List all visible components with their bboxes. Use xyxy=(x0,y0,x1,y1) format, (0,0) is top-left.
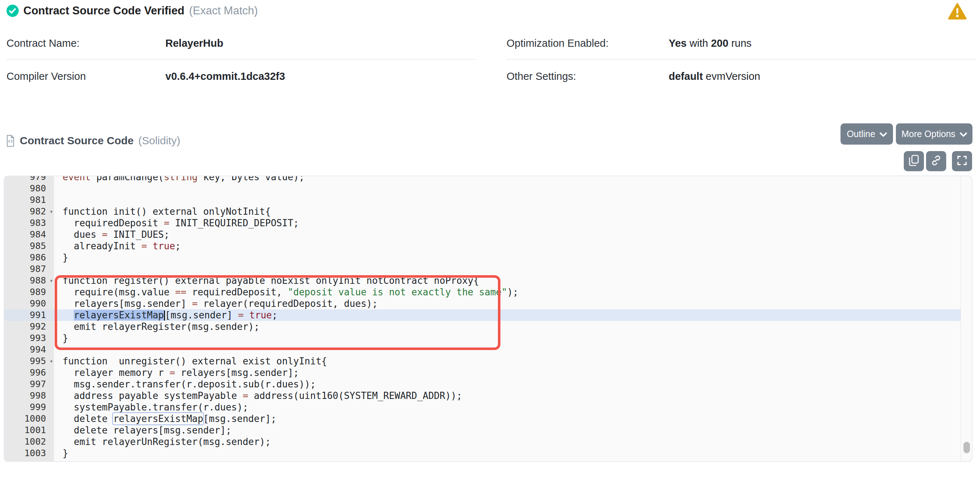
code-line-1003[interactable]: 1003} xyxy=(4,448,961,459)
code-line-986[interactable]: 986} xyxy=(4,252,961,263)
line-number[interactable]: 1000 xyxy=(4,413,54,424)
expand-icon xyxy=(957,155,967,167)
vertical-scrollbar[interactable] xyxy=(961,176,972,461)
code-line-992[interactable]: 992 emit relayerRegister(msg.sender); xyxy=(4,321,961,332)
page-title: Contract Source Code Verified xyxy=(23,4,185,17)
more-options-button-label: More Options xyxy=(901,129,955,139)
code-line-989[interactable]: 989 require(msg.value == requiredDeposit… xyxy=(4,286,961,298)
line-number[interactable]: 991 xyxy=(4,309,54,321)
outline-button-label: Outline xyxy=(846,129,875,139)
code-line-996[interactable]: 996 relayer memory r = relayers[msg.send… xyxy=(4,367,961,378)
code-lines: 979event paramChange(string key, bytes v… xyxy=(4,175,961,462)
scrollbar-thumb[interactable] xyxy=(964,442,970,453)
line-number[interactable]: 995▾ xyxy=(4,356,54,367)
code-line-1002[interactable]: 1002 emit relayerUnRegister(msg.sender); xyxy=(4,436,961,448)
code-line-991[interactable]: 991 relayersExistMap[msg.sender] = true; xyxy=(4,309,961,321)
line-number[interactable]: 985 xyxy=(4,240,54,252)
code-line-979[interactable]: 979event paramChange(string key, bytes v… xyxy=(4,175,961,183)
more-options-button[interactable]: More Options xyxy=(896,123,972,145)
code-line-1000[interactable]: 1000 delete relayersExistMap[msg.sender]… xyxy=(4,413,961,424)
line-number[interactable]: 989 xyxy=(4,286,54,298)
line-number[interactable]: 996 xyxy=(4,367,54,378)
line-number[interactable]: 981 xyxy=(4,194,54,206)
code-line-993[interactable]: 993} xyxy=(4,332,961,344)
file-code-icon xyxy=(6,135,15,147)
code-line-994[interactable]: 994 xyxy=(4,344,961,356)
section-title: Contract Source Code xyxy=(20,134,134,147)
code-line-999[interactable]: 999 systemPayable.transfer(r.dues); xyxy=(4,402,961,413)
language-label: (Solidity) xyxy=(138,134,180,147)
line-number[interactable]: 982▾ xyxy=(4,206,54,217)
code-line-983[interactable]: 983 requiredDeposit = INIT_REQUIRED_DEPO… xyxy=(4,217,961,229)
chevron-down-icon xyxy=(960,129,967,139)
line-number[interactable]: 986 xyxy=(4,252,54,263)
fold-caret-icon[interactable]: ▾ xyxy=(49,206,53,217)
code-line-1004[interactable]: 1004 xyxy=(4,459,961,462)
line-number[interactable]: 1004 xyxy=(4,459,54,462)
verified-header: Contract Source Code Verified (Exact Mat… xyxy=(6,4,258,17)
outline-button[interactable]: Outline xyxy=(840,123,893,145)
chevron-down-icon xyxy=(880,129,887,139)
line-number[interactable]: 984 xyxy=(4,229,54,240)
code-line-987[interactable]: 987 xyxy=(4,263,961,275)
warning-triangle-icon xyxy=(948,3,967,20)
fold-caret-icon[interactable]: ▾ xyxy=(49,356,53,367)
code-line-997[interactable]: 997 msg.sender.transfer(r.deposit.sub(r.… xyxy=(4,378,961,390)
code-line-984[interactable]: 984 dues = INIT_DUES; xyxy=(4,229,961,240)
optimization-label: Optimization Enabled: xyxy=(506,37,609,49)
code-line-985[interactable]: 985 alreadyInit = true; xyxy=(4,240,961,252)
code-line-998[interactable]: 998 address payable systemPayable = addr… xyxy=(4,390,961,402)
check-circle-icon xyxy=(6,5,19,17)
line-number[interactable]: 1001 xyxy=(4,424,54,436)
copy-button[interactable] xyxy=(904,151,924,171)
line-number[interactable]: 993 xyxy=(4,332,54,344)
code-line-1001[interactable]: 1001 delete relayers[msg.sender]; xyxy=(4,424,961,436)
divider xyxy=(6,59,475,60)
contract-name-value: RelayerHub xyxy=(165,37,223,49)
line-number[interactable]: 1003 xyxy=(4,448,54,459)
fullscreen-button[interactable] xyxy=(952,151,972,171)
code-line-980[interactable]: 980 xyxy=(4,183,961,194)
fold-caret-icon[interactable]: ▾ xyxy=(49,275,53,286)
source-code-editor[interactable]: 979event paramChange(string key, bytes v… xyxy=(3,175,972,462)
compiler-version-label: Compiler Version xyxy=(6,70,86,82)
line-number[interactable]: 994 xyxy=(4,344,54,356)
divider xyxy=(506,59,977,60)
code-line-982[interactable]: 982▾function init() external onlyNotInit… xyxy=(4,206,961,217)
line-number[interactable]: 988▾ xyxy=(4,275,54,286)
code-line-990[interactable]: 990 relayers[msg.sender] = relayer(requi… xyxy=(4,298,961,309)
line-number[interactable]: 997 xyxy=(4,378,54,390)
line-number[interactable]: 980 xyxy=(4,183,54,194)
line-number[interactable]: 979 xyxy=(4,175,54,183)
other-settings-label: Other Settings: xyxy=(506,70,576,82)
line-number[interactable]: 1002 xyxy=(4,436,54,448)
compiler-version-value: v0.6.4+commit.1dca32f3 xyxy=(165,70,285,82)
code-line-995[interactable]: 995▾function unregister() external exist… xyxy=(4,356,961,367)
link-icon xyxy=(931,155,942,168)
match-type-label: (Exact Match) xyxy=(189,4,258,17)
line-number[interactable]: 992 xyxy=(4,321,54,332)
contract-name-label: Contract Name: xyxy=(6,37,80,49)
copy-icon xyxy=(908,155,919,168)
permalink-button[interactable] xyxy=(926,151,946,171)
code-line-988[interactable]: 988▾function register() external payable… xyxy=(4,275,961,286)
line-number[interactable]: 983 xyxy=(4,217,54,229)
line-number[interactable]: 987 xyxy=(4,263,54,275)
line-number[interactable]: 990 xyxy=(4,298,54,309)
source-code-section-header: Contract Source Code (Solidity) xyxy=(6,134,180,147)
other-settings-value: default evmVersion xyxy=(669,70,760,82)
code-line-981[interactable]: 981 xyxy=(4,194,961,206)
line-number[interactable]: 999 xyxy=(4,402,54,413)
optimization-value: Yes with 200 runs xyxy=(669,37,752,49)
line-number[interactable]: 998 xyxy=(4,390,54,402)
